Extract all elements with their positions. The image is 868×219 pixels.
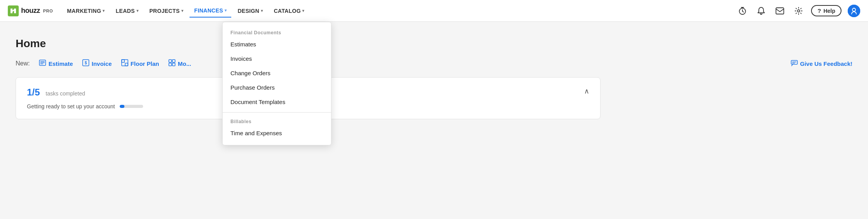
task-summary: 1/5 tasks completed bbox=[27, 87, 85, 98]
svg-rect-2 bbox=[776, 8, 784, 14]
nav-catalog[interactable]: CATALOG ▾ bbox=[269, 5, 309, 17]
feedback-button[interactable]: Give Us Feedback! bbox=[791, 60, 852, 67]
new-more-label: Mo... bbox=[178, 60, 191, 67]
dropdown-section-billables: Billables bbox=[223, 116, 331, 126]
bell-icon-button[interactable] bbox=[755, 5, 767, 17]
new-estimate-label: Estimate bbox=[48, 60, 73, 67]
mail-icon-button[interactable] bbox=[774, 5, 786, 17]
help-button[interactable]: ? Help bbox=[811, 5, 841, 16]
user-avatar[interactable] bbox=[848, 5, 860, 17]
collapse-card-button[interactable]: ∧ bbox=[584, 87, 589, 95]
nav-leads[interactable]: LEADS ▾ bbox=[111, 5, 143, 17]
chevron-down-icon: ▾ bbox=[181, 9, 183, 13]
svg-rect-17 bbox=[169, 63, 172, 66]
svg-text:$: $ bbox=[85, 61, 87, 65]
svg-rect-12 bbox=[122, 60, 128, 66]
chevron-down-icon: ▾ bbox=[136, 9, 138, 13]
progress-bar bbox=[120, 105, 143, 108]
timer-icon bbox=[738, 7, 747, 15]
progress-bar-fill bbox=[120, 105, 124, 108]
main-content: Home New: Estimate $ Invoice bbox=[0, 22, 868, 127]
nav-items: MARKETING ▾ LEADS ▾ PROJECTS ▾ FINANCES … bbox=[62, 4, 737, 18]
nav-finances[interactable]: FINANCES ▾ bbox=[190, 4, 231, 18]
feedback-icon bbox=[791, 60, 798, 67]
task-count: 1/5 tasks completed bbox=[27, 87, 85, 97]
dropdown-purchase-orders[interactable]: Purchase Orders bbox=[223, 80, 331, 95]
new-floor-plan-button[interactable]: Floor Plan bbox=[121, 59, 159, 68]
chevron-down-icon: ▾ bbox=[302, 9, 304, 13]
svg-rect-16 bbox=[172, 60, 175, 62]
new-estimate-button[interactable]: Estimate bbox=[39, 60, 73, 67]
avatar-icon bbox=[848, 5, 860, 17]
timer-icon-button[interactable] bbox=[736, 5, 749, 17]
svg-rect-18 bbox=[172, 63, 175, 66]
new-bar: New: Estimate $ Invoice bbox=[16, 59, 852, 68]
new-invoice-button[interactable]: $ Invoice bbox=[82, 59, 112, 68]
nav-right: ? Help bbox=[736, 5, 860, 17]
page-title: Home bbox=[16, 37, 852, 50]
question-mark-icon: ? bbox=[817, 7, 821, 14]
nav-marketing[interactable]: MARKETING ▾ bbox=[62, 5, 110, 17]
svg-rect-13 bbox=[122, 60, 124, 62]
houzz-logo-icon bbox=[8, 5, 19, 16]
logo-pro: PRO bbox=[43, 9, 53, 13]
task-fraction: 1/5 bbox=[27, 87, 43, 97]
nav-projects[interactable]: PROJECTS ▾ bbox=[145, 5, 188, 17]
dropdown-estimates[interactable]: Estimates bbox=[223, 37, 331, 51]
svg-point-3 bbox=[797, 10, 800, 12]
gear-icon-button[interactable] bbox=[792, 5, 805, 17]
finances-dropdown: Financial Documents Estimates Invoices C… bbox=[222, 22, 331, 127]
dropdown-section-financial-docs: Financial Documents bbox=[223, 27, 331, 37]
navbar: houzz PRO MARKETING ▾ LEADS ▾ PROJECTS ▾… bbox=[0, 0, 868, 22]
new-label: New: bbox=[16, 60, 30, 67]
new-floor-plan-label: Floor Plan bbox=[131, 60, 159, 67]
progress-text: Getting ready to set up your account bbox=[27, 103, 115, 110]
svg-rect-15 bbox=[169, 60, 172, 62]
dropdown-time-and-expenses[interactable]: Time and Expenses bbox=[223, 126, 331, 127]
invoice-icon: $ bbox=[82, 59, 89, 68]
gear-icon bbox=[794, 7, 803, 15]
task-label: tasks completed bbox=[46, 90, 85, 97]
estimate-icon bbox=[39, 60, 46, 67]
dropdown-invoices[interactable]: Invoices bbox=[223, 51, 331, 66]
svg-rect-19 bbox=[791, 60, 797, 64]
chevron-down-icon: ▾ bbox=[261, 9, 263, 13]
svg-rect-4 bbox=[848, 5, 860, 17]
chevron-down-icon: ▾ bbox=[225, 8, 227, 12]
logo-text: houzz bbox=[21, 7, 40, 15]
nav-design[interactable]: DESIGN ▾ bbox=[233, 5, 267, 17]
dropdown-change-orders[interactable]: Change Orders bbox=[223, 66, 331, 80]
bell-icon bbox=[757, 7, 765, 15]
mail-icon bbox=[776, 7, 784, 14]
feedback-label: Give Us Feedback! bbox=[800, 60, 852, 67]
floor-plan-icon bbox=[121, 59, 128, 68]
logo[interactable]: houzz PRO bbox=[8, 5, 53, 16]
dropdown-divider bbox=[223, 112, 331, 113]
new-more-button[interactable]: Mo... bbox=[168, 59, 191, 68]
svg-rect-14 bbox=[125, 63, 128, 66]
new-invoice-label: Invoice bbox=[92, 60, 112, 67]
dropdown-document-templates[interactable]: Document Templates bbox=[223, 95, 331, 109]
chevron-down-icon: ▾ bbox=[103, 9, 105, 13]
more-icon bbox=[168, 59, 175, 68]
